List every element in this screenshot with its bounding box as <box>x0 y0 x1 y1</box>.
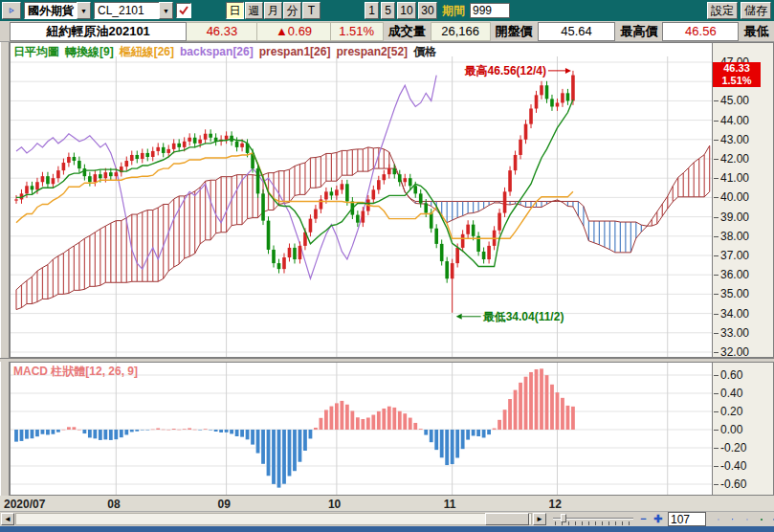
macd-pane[interactable] <box>10 362 713 496</box>
price-change: ▲0.69 <box>257 22 330 41</box>
left-splitter[interactable] <box>0 42 10 496</box>
period-label: 期間 <box>442 3 465 19</box>
legend-item-6: 價格 <box>413 45 436 58</box>
nav-forward-button[interactable] <box>741 513 754 525</box>
macd-tick-0.40: 0.40 <box>720 387 742 400</box>
low-annotation: 最低34.04(11/2) <box>483 310 564 323</box>
symbol-input[interactable]: CL_2101 <box>94 2 159 19</box>
arrow-left-icon <box>718 515 719 524</box>
price-tick-39.00: 39.00 <box>720 211 749 224</box>
price-tick-32.00: 32.00 <box>720 345 749 359</box>
price-tick-38.00: 38.00 <box>720 230 749 243</box>
bottom-controls: ◄ ► − ✚ <box>0 512 774 526</box>
candlestick-ichimoku-chart: 最高46.56(12/4)最低34.04(11/2) <box>11 43 712 357</box>
macd-tick--0.40: -0.40 <box>720 459 746 473</box>
legend-item-5: prespan2[52] <box>336 45 408 58</box>
period-type-button-月[interactable]: 月 <box>264 2 282 19</box>
price-tick-44.00: 44.00 <box>720 114 749 127</box>
market-select[interactable]: 國外期貨 ▼ <box>24 2 91 19</box>
period-type-group: 日週月分T <box>226 2 321 19</box>
play-icon <box>9 6 14 15</box>
macd-tick--0.60: -0.60 <box>720 477 746 491</box>
minute-button-30[interactable]: 30 <box>418 2 437 19</box>
quote-bar: 紐約輕原油202101 46.33 ▲0.69 1.51% 成交量 26,166… <box>0 21 774 42</box>
open-value: 45.64 <box>538 22 616 41</box>
time-axis: 2020/070809101112 <box>0 496 774 512</box>
minute-button-10[interactable]: 10 <box>397 2 416 19</box>
scrollbar-track[interactable] <box>15 513 532 525</box>
volume-label: 成交量 <box>384 22 431 41</box>
stop-button[interactable] <box>726 513 740 525</box>
legend-item-2: 樞紐線[26] <box>120 45 174 58</box>
save-image-button[interactable] <box>767 513 774 525</box>
slider-handle[interactable] <box>561 514 566 522</box>
save-button[interactable]: 儲存 <box>741 2 771 19</box>
period-type-button-T[interactable]: T <box>302 2 321 19</box>
marker-price: 46.33 <box>713 62 761 75</box>
macd-histogram-chart <box>11 363 712 495</box>
symbol-dropdown-icon[interactable]: ▼ <box>159 2 173 19</box>
minute-button-1[interactable]: 1 <box>365 2 379 19</box>
price-tick-35.00: 35.00 <box>720 287 749 300</box>
increase-bars-button[interactable]: ✚ <box>652 513 664 525</box>
minute-group: 151030 <box>365 2 437 19</box>
time-label-2020/07: 2020/07 <box>4 498 45 511</box>
period-input[interactable] <box>470 3 510 18</box>
last-price-marker: 46.33 1.51% <box>713 62 761 87</box>
macd-axis: 0.600.400.200.00-0.20-0.40-0.60 <box>713 362 774 496</box>
macd-indicator-label: MACD 柱狀體[12, 26, 9] <box>13 364 138 380</box>
period-type-button-週[interactable]: 週 <box>245 2 263 19</box>
settings-button[interactable]: 設定 <box>707 2 738 19</box>
contract-name: 紐約輕原油202101 <box>10 22 187 41</box>
price-tick-40.00: 40.00 <box>720 190 749 204</box>
open-label: 開盤價 <box>491 22 538 41</box>
price-tick-36.00: 36.00 <box>720 268 749 281</box>
market-select-dropdown-icon[interactable]: ▼ <box>77 2 91 19</box>
macd-tick-0.00: 0.00 <box>720 423 742 436</box>
period-type-button-日[interactable]: 日 <box>226 2 244 19</box>
check-icon <box>178 5 189 16</box>
price-tick-37.00: 37.00 <box>720 249 749 262</box>
price-tick-33.00: 33.00 <box>720 326 749 340</box>
price-change-pct: 1.51% <box>331 22 384 41</box>
decrease-bars-button[interactable]: − <box>637 513 650 525</box>
high-label: 最高價 <box>615 22 662 41</box>
top-toolbar: 國外期貨 ▼ CL_2101 ▼ 日週月分T 151030 期間 設定 儲存 <box>0 0 774 21</box>
market-select-value: 國外期貨 <box>24 2 77 19</box>
scroll-left-button[interactable]: ◄ <box>1 513 14 525</box>
play-button[interactable] <box>2 2 21 19</box>
high-value: 46.56 <box>662 22 739 41</box>
legend-item-1: 轉換線[9] <box>65 45 114 58</box>
arrow-right-icon <box>746 515 748 524</box>
last-price: 46.33 <box>187 22 257 41</box>
minute-button-5[interactable]: 5 <box>381 2 395 19</box>
time-label-12: 12 <box>548 498 561 511</box>
indicator-legend: 日平均圖轉換線[9]樞紐線[26]backspan[26]prespan1[26… <box>13 44 442 60</box>
price-tick-34.00: 34.00 <box>720 307 749 321</box>
time-label-10: 10 <box>328 498 341 511</box>
low-label: 最低 <box>739 22 774 41</box>
main-chart-pane[interactable]: 最高46.56(12/4)最低34.04(11/2) <box>10 42 713 358</box>
symbol-checkbox[interactable] <box>176 3 191 18</box>
time-label-08: 08 <box>107 498 120 511</box>
export-excel-button[interactable] <box>755 513 768 525</box>
bar-count-input[interactable] <box>668 512 706 526</box>
macd-tick-0.20: 0.20 <box>720 405 742 418</box>
macd-tick-0.60: 0.60 <box>720 368 742 382</box>
zoom-slider[interactable] <box>553 514 633 525</box>
volume-value: 26,166 <box>431 22 491 41</box>
slider-ticks <box>555 521 631 525</box>
high-annotation: 最高46.56(12/4) <box>465 64 546 78</box>
marker-pct: 1.51% <box>713 75 761 87</box>
period-type-button-分[interactable]: 分 <box>283 2 301 19</box>
nav-back-button[interactable] <box>712 513 725 525</box>
legend-item-0: 日平均圖 <box>13 45 59 58</box>
scroll-right-button[interactable]: ► <box>533 513 546 525</box>
scrollbar-thumb[interactable] <box>485 513 529 525</box>
price-tick-43.00: 43.00 <box>720 133 749 146</box>
price-axis: 47.0046.0045.0044.0043.0042.0041.0040.00… <box>713 42 774 358</box>
symbol-combo[interactable]: CL_2101 ▼ <box>94 2 173 19</box>
stop-icon <box>732 515 734 524</box>
excel-icon <box>761 514 763 525</box>
price-tick-41.00: 41.00 <box>720 171 749 185</box>
